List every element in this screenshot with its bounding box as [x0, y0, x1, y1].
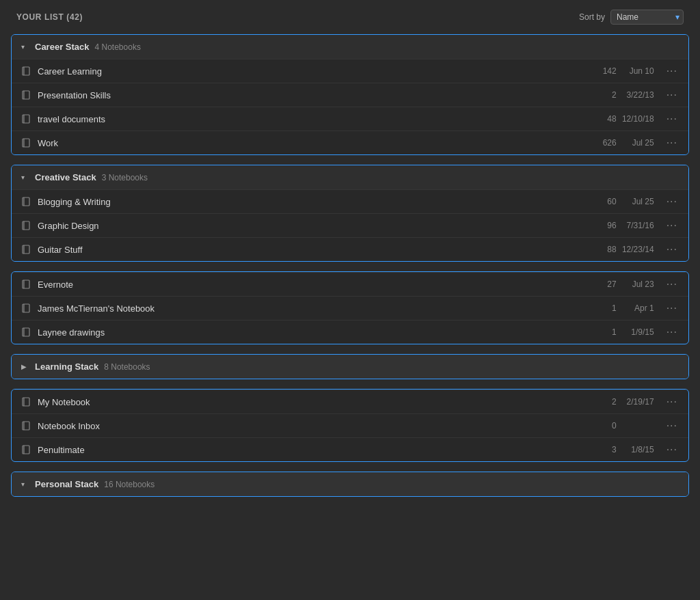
notebook-date: Jun 10: [617, 66, 654, 76]
notebook-name: Evernote: [38, 279, 603, 290]
notebook-icon: [21, 138, 31, 148]
notebook-name: Guitar Stuff: [38, 245, 603, 255]
table-row[interactable]: travel documents 48 12/10/18 ···: [12, 107, 688, 131]
creative-stack-group: ▾ Creative Stack 3 Notebooks Blogging & …: [11, 165, 689, 262]
notebook-icon: [21, 245, 31, 254]
notebook-count: 2: [612, 90, 617, 100]
table-row[interactable]: Work 626 Jul 25 ···: [12, 131, 688, 154]
notebook-count: 96: [607, 221, 616, 230]
standalone-notebooks-group: Evernote 27 Jul 23 ··· James McTiernan's…: [11, 271, 689, 344]
notebook-icon: [21, 114, 31, 124]
notebook-name: Presentation Skills: [38, 90, 608, 100]
sort-select-wrapper[interactable]: Name Date Created Date Updated Note Coun…: [610, 10, 684, 25]
more-button[interactable]: ···: [665, 220, 679, 231]
notebook-name: James McTiernan's Notebook: [38, 303, 608, 314]
notebook-name: Career Learning: [38, 66, 599, 77]
table-row[interactable]: Notebook Inbox 0 ···: [12, 413, 688, 437]
learning-stack-chevron-icon: ▶: [21, 363, 29, 370]
notebook-count: 142: [603, 66, 617, 76]
creative-stack-name: Creative Stack: [35, 172, 96, 182]
table-row[interactable]: James McTiernan's Notebook 1 Apr 1 ···: [12, 296, 688, 320]
list-title: YOUR LIST (42): [16, 12, 83, 22]
learning-stack-header[interactable]: ▶ Learning Stack 8 Notebooks: [12, 355, 688, 379]
notebook-icon: [21, 397, 31, 407]
learning-stack-group: ▶ Learning Stack 8 Notebooks: [11, 354, 689, 379]
more-button[interactable]: ···: [665, 66, 679, 77]
more-button[interactable]: ···: [665, 113, 679, 124]
notebook-date: 1/9/15: [617, 327, 654, 337]
career-stack-name: Career Stack: [35, 42, 90, 52]
notebook-name: Graphic Design: [38, 221, 603, 231]
notebook-count: 60: [607, 197, 616, 206]
learning-stack-name: Learning Stack: [35, 362, 98, 372]
more-button[interactable]: ···: [665, 244, 679, 255]
more-button[interactable]: ···: [665, 90, 679, 100]
notebook-icon: [21, 327, 31, 337]
notebook-count: 88: [607, 245, 616, 254]
table-row[interactable]: Graphic Design 96 7/31/16 ···: [12, 213, 688, 237]
table-row[interactable]: Career Learning 142 Jun 10 ···: [12, 59, 688, 83]
personal-stack-header[interactable]: ▾ Personal Stack 16 Notebooks: [12, 472, 688, 496]
notebook-count: 626: [603, 138, 617, 148]
notebook-date: 3/22/13: [617, 90, 654, 100]
career-stack-chevron-icon: ▾: [21, 43, 29, 51]
more-button[interactable]: ···: [665, 137, 679, 148]
notebook-icon: [21, 90, 31, 100]
notebook-date: 7/31/16: [617, 221, 654, 230]
more-button[interactable]: ···: [665, 444, 679, 455]
standalone-notebooks-group-2: My Notebook 2 2/19/17 ··· Notebook Inbox…: [11, 389, 689, 462]
notebook-name: Work: [38, 138, 599, 148]
notebook-date: Apr 1: [617, 303, 654, 313]
notebook-date: 1/8/15: [617, 445, 654, 454]
notebook-icon: [21, 221, 31, 230]
notebook-date: Jul 25: [617, 197, 654, 206]
table-row[interactable]: My Notebook 2 2/19/17 ···: [12, 390, 688, 413]
sort-label: Sort by: [579, 12, 605, 22]
notebook-count: 0: [612, 421, 617, 431]
table-row[interactable]: Laynee drawings 1 1/9/15 ···: [12, 320, 688, 344]
notebook-name: Penultimate: [38, 445, 608, 455]
sort-controls: Sort by Name Date Created Date Updated N…: [579, 10, 684, 25]
notebook-count: 1: [612, 303, 617, 313]
personal-stack-group: ▾ Personal Stack 16 Notebooks: [11, 472, 689, 497]
notebook-icon: [21, 445, 31, 454]
more-button[interactable]: ···: [665, 396, 679, 407]
career-stack-count: 4 Notebooks: [95, 42, 141, 52]
notebook-date: 12/10/18: [617, 114, 654, 124]
notebook-count: 3: [612, 445, 617, 454]
career-stack-header[interactable]: ▾ Career Stack 4 Notebooks: [12, 35, 688, 59]
personal-stack-name: Personal Stack: [35, 479, 98, 489]
creative-stack-notebooks: Blogging & Writing 60 Jul 25 ··· Graphic…: [12, 189, 688, 261]
notebook-count: 48: [607, 114, 616, 124]
notebook-icon: [21, 197, 31, 206]
page-header: YOUR LIST (42) Sort by Name Date Created…: [0, 0, 700, 34]
more-button[interactable]: ···: [665, 196, 679, 207]
notebook-icon: [21, 279, 31, 289]
creative-stack-chevron-icon: ▾: [21, 174, 29, 181]
table-row[interactable]: Penultimate 3 1/8/15 ···: [12, 437, 688, 461]
table-row[interactable]: Guitar Stuff 88 12/23/14 ···: [12, 237, 688, 261]
creative-stack-count: 3 Notebooks: [102, 173, 148, 182]
more-button[interactable]: ···: [665, 327, 679, 338]
learning-stack-count: 8 Notebooks: [104, 362, 150, 372]
creative-stack-header[interactable]: ▾ Creative Stack 3 Notebooks: [12, 165, 688, 189]
notebook-name: Notebook Inbox: [38, 421, 608, 431]
notebook-name: Laynee drawings: [38, 327, 608, 338]
notebook-icon: [21, 421, 31, 431]
personal-stack-count: 16 Notebooks: [104, 480, 154, 489]
notebook-icon: [21, 303, 31, 313]
sort-select[interactable]: Name Date Created Date Updated Note Coun…: [610, 10, 684, 25]
notebook-date: 2/19/17: [617, 397, 654, 407]
table-row[interactable]: Presentation Skills 2 3/22/13 ···: [12, 83, 688, 107]
more-button[interactable]: ···: [665, 303, 679, 314]
table-row[interactable]: Blogging & Writing 60 Jul 25 ···: [12, 189, 688, 213]
main-content: ▾ Career Stack 4 Notebooks Career Learni…: [0, 34, 700, 517]
notebook-name: My Notebook: [38, 397, 608, 407]
notebook-count: 27: [607, 279, 616, 289]
notebook-count: 1: [612, 327, 617, 337]
personal-stack-chevron-icon: ▾: [21, 480, 29, 488]
career-stack-notebooks: Career Learning 142 Jun 10 ··· Presentat…: [12, 59, 688, 154]
more-button[interactable]: ···: [665, 279, 679, 290]
more-button[interactable]: ···: [665, 420, 679, 431]
table-row[interactable]: Evernote 27 Jul 23 ···: [12, 272, 688, 296]
